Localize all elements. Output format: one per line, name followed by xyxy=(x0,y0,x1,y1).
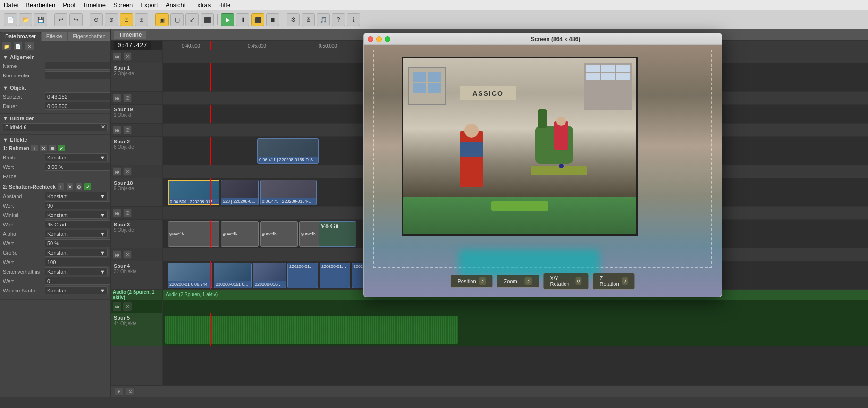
track19-nav-btn[interactable]: ⏮ xyxy=(113,94,121,102)
breite-dropdown[interactable]: Konstant ▼ xyxy=(45,153,108,161)
clip-t3-5[interactable]: Vö Gö xyxy=(319,221,356,247)
grid-button[interactable]: ⊞ xyxy=(135,13,148,26)
objekt-header[interactable]: ▼ Objekt xyxy=(3,85,108,91)
effect1-check-btn[interactable]: ✓ xyxy=(58,144,65,152)
overwrite-button[interactable]: ⬛ xyxy=(201,13,214,26)
seitenverhaeltnis-dropdown[interactable]: Konstant ▼ xyxy=(45,267,108,275)
menu-hilfe[interactable]: Hilfe xyxy=(218,1,230,8)
wert2-input[interactable] xyxy=(45,201,110,209)
winkel-dropdown[interactable]: Konstant ▼ xyxy=(45,211,108,219)
track2-mute-btn[interactable]: ⊘ xyxy=(123,126,132,134)
position-btn[interactable]: Position ↺ xyxy=(450,275,493,288)
redo-button[interactable]: ↪ xyxy=(69,13,83,26)
panel-new-btn[interactable]: 📄 xyxy=(13,42,23,50)
save-button[interactable]: 💾 xyxy=(34,13,47,26)
startzeit-input[interactable] xyxy=(45,92,110,100)
menu-pool[interactable]: Pool xyxy=(63,1,75,8)
stop-button[interactable]: ⏹ xyxy=(266,13,279,26)
settings-button[interactable]: ⚙ xyxy=(287,13,300,26)
clip-t3-1[interactable]: grau-4k xyxy=(168,221,219,247)
track5-nav-btn[interactable]: ⏮ xyxy=(113,302,121,311)
tab-effekte[interactable]: Effekte xyxy=(41,32,67,41)
z-rotation-btn[interactable]: Z-Rotation ↺ xyxy=(593,273,635,290)
zoom-btn[interactable]: Zoom ↺ xyxy=(497,275,539,288)
window-maximize-btn[interactable] xyxy=(385,36,390,42)
loop-button[interactable]: ⬛ xyxy=(251,13,264,26)
effect2-up-btn[interactable]: ↑ xyxy=(57,183,65,191)
weiche-kante-dropdown[interactable]: Konstant ▼ xyxy=(45,286,108,294)
track3-nav-btn[interactable]: ⏮ xyxy=(113,209,121,217)
menu-extras[interactable]: Extras xyxy=(193,1,211,8)
menu-bearbeiten[interactable]: Bearbeiten xyxy=(25,1,55,8)
effect1-down-btn[interactable]: ↓ xyxy=(31,144,38,152)
monitor2-button[interactable]: ▢ xyxy=(170,13,184,26)
track1-nav-btn[interactable]: ⏮ xyxy=(113,52,121,61)
effect1-copy-btn[interactable]: ⊕ xyxy=(49,144,56,152)
undo-button[interactable]: ↩ xyxy=(54,13,67,26)
bildfeld-dropdown[interactable]: Bildfeld 6 ✕ xyxy=(3,123,108,131)
zoom-in-button[interactable]: ⊕ xyxy=(105,13,118,26)
pause-button[interactable]: ⏸ xyxy=(236,13,249,26)
allgemein-header[interactable]: ▼ Allgemein xyxy=(3,54,108,60)
help-button[interactable]: ? xyxy=(332,13,345,26)
info-button[interactable]: ℹ xyxy=(347,13,360,26)
xy-rotation-btn[interactable]: X/Y-Rotation ↺ xyxy=(543,273,589,290)
new-button[interactable]: 📄 xyxy=(4,13,17,26)
clip-t4-2[interactable]: 220208-0161 0:06.411 xyxy=(214,263,252,288)
bottom-circle-btn[interactable]: ⊘ xyxy=(126,387,135,396)
track4-nav-btn[interactable]: ⏮ xyxy=(113,250,121,259)
track4-mute-btn[interactable]: ⊘ xyxy=(123,250,132,259)
menu-export[interactable]: Export xyxy=(140,1,158,8)
name-input[interactable] xyxy=(45,62,110,70)
track19-mute-btn[interactable]: ⊘ xyxy=(123,94,132,102)
tab-eigenschaften[interactable]: Eigenschaften xyxy=(67,32,111,41)
effect2-check-btn[interactable]: ✓ xyxy=(84,183,92,191)
clip-t4-1[interactable]: 220208-01 0:06.944 xyxy=(168,263,212,288)
bildfelder-header[interactable]: ▼ Bildfelder xyxy=(3,116,108,121)
effect2-copy-btn[interactable]: ⊕ xyxy=(75,183,83,191)
farbe-swatch[interactable] xyxy=(45,172,108,180)
wert3-input[interactable] xyxy=(45,220,110,228)
bottom-expand-btn[interactable]: ▼ xyxy=(115,387,123,396)
clip-t2-1[interactable]: 0:06.411 | 220208-0165-D-S... xyxy=(257,138,319,164)
clip-t18-3[interactable]: 0:06.475 | 220208-0164-D-S... xyxy=(260,180,317,205)
zoom-out-button[interactable]: ⊖ xyxy=(90,13,103,26)
wert1-input[interactable] xyxy=(45,163,110,171)
effekte-header[interactable]: ▼ Effekte xyxy=(3,137,108,142)
play-button[interactable]: ▶ xyxy=(221,13,234,26)
menu-screen[interactable]: Screen xyxy=(113,1,133,8)
monitor3-button[interactable]: 🖥 xyxy=(302,13,315,26)
clip-t18-1[interactable]: 0:06.500 | 220208-0162-... xyxy=(168,180,219,205)
panel-close-btn[interactable]: ✕ xyxy=(25,42,34,50)
clip-t18-2[interactable]: 528 | 220208-0161 xyxy=(221,180,259,205)
fit-button[interactable]: ⊡ xyxy=(120,13,133,26)
track5-mute-btn[interactable]: ⊘ xyxy=(123,302,132,311)
window-close-btn[interactable] xyxy=(368,36,373,42)
monitor-button[interactable]: ▣ xyxy=(155,13,169,26)
insert-button[interactable]: ↙ xyxy=(185,13,199,26)
track18-nav-btn[interactable]: ⏮ xyxy=(113,167,121,176)
bildfeld-close-icon[interactable]: ✕ xyxy=(101,124,105,130)
effect2-remove-btn[interactable]: ✕ xyxy=(66,183,74,191)
kommentar-input[interactable] xyxy=(45,71,110,79)
wert4-input[interactable] xyxy=(45,239,110,247)
tab-dateibrowser[interactable]: Dateibrowser xyxy=(0,32,41,41)
track1-mute-btn[interactable]: ⊘ xyxy=(123,52,132,61)
window-minimize-btn[interactable] xyxy=(376,36,382,42)
wert5-input[interactable] xyxy=(45,258,110,266)
clip-t4-5[interactable]: 220208-0167 0:11.496 xyxy=(320,263,350,288)
track18-mute-btn[interactable]: ⊘ xyxy=(123,167,132,176)
groesse-dropdown[interactable]: Konstant ▼ xyxy=(45,249,108,257)
panel-folder-btn[interactable]: 📁 xyxy=(2,42,11,50)
effect1-remove-btn[interactable]: ✕ xyxy=(40,144,47,152)
clip-t4-3[interactable]: 220208-0163 0:06.509 xyxy=(253,263,286,288)
wert6-input[interactable] xyxy=(45,277,110,285)
menu-datei[interactable]: Datei xyxy=(4,1,18,8)
alpha-dropdown[interactable]: Konstant ▼ xyxy=(45,230,108,238)
audio-button[interactable]: 🎵 xyxy=(317,13,330,26)
clip-t3-2[interactable]: grau-4k xyxy=(221,221,259,247)
dauer-input[interactable] xyxy=(45,102,110,110)
track3-mute-btn[interactable]: ⊘ xyxy=(123,209,132,217)
open-button[interactable]: 📂 xyxy=(19,13,32,26)
menu-ansicht[interactable]: Ansicht xyxy=(166,1,186,8)
